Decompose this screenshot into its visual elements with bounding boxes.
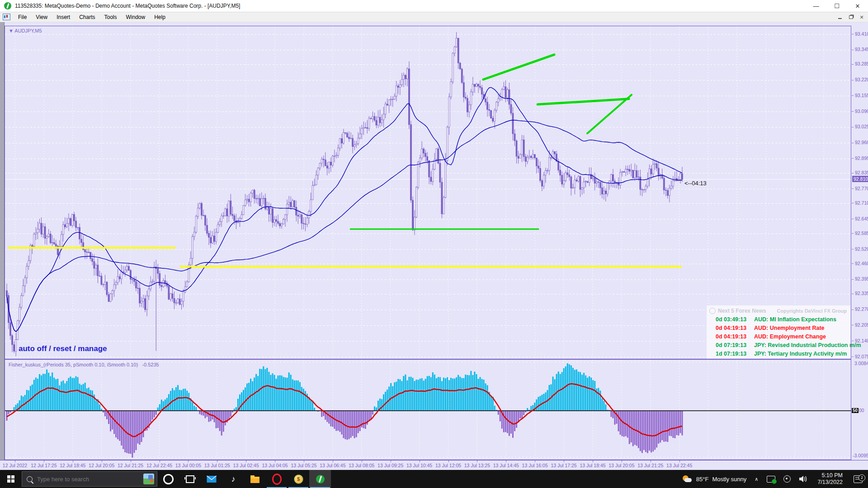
- time-axis-tick: [535, 460, 535, 462]
- taskbar-icon-browser-ring[interactable]: [157, 470, 179, 488]
- time-axis-tick: [15, 460, 15, 462]
- news-panel: Next 5 Forex News Copyrights DaVinci FX …: [707, 305, 850, 359]
- price-axis-label: 92.585: [855, 230, 868, 236]
- time-axis-label: 12 Jul 2022: [3, 463, 27, 468]
- price-axis-label: 93.155: [855, 93, 868, 98]
- indicator-label: Fisher_kuskus_(rPeriods 35, pSmooth 0.10…: [9, 362, 159, 367]
- menu-item-view[interactable]: View: [31, 12, 52, 22]
- menu-item-charts[interactable]: Charts: [75, 12, 99, 22]
- price-axis-tick: [852, 158, 854, 159]
- menu-item-insert[interactable]: Insert: [52, 12, 75, 22]
- time-axis[interactable]: 12 Jul 202212 Jul 17:2512 Jul 18:4512 Ju…: [0, 460, 868, 470]
- menu-item-window[interactable]: Window: [122, 12, 150, 22]
- tray-expand-icon[interactable]: ∧: [755, 476, 758, 482]
- close-button[interactable]: ✕: [847, 0, 868, 12]
- weather-temp[interactable]: 85°F: [696, 476, 709, 483]
- news-event: AUD: Unemployment Rate: [754, 325, 825, 331]
- taskbar-icon-mail[interactable]: [201, 470, 222, 488]
- menu-item-file[interactable]: File: [14, 12, 31, 22]
- price-axis-tick: [852, 279, 854, 280]
- chart-minimize-button[interactable]: [836, 14, 844, 20]
- time-axis-tick: [448, 460, 449, 462]
- news-rows: 0d 03:49:13AUD: MI Inflation Expectation…: [709, 315, 850, 358]
- search-input[interactable]: [36, 475, 143, 483]
- time-axis-tick: [651, 460, 651, 462]
- notification-button[interactable]: 2: [848, 475, 868, 483]
- symbol-label: ▼ AUDJPY,M5: [9, 28, 42, 33]
- search-box[interactable]: [22, 471, 157, 487]
- taskbar-icon-explorer[interactable]: [244, 470, 266, 488]
- news-row: 1d 07:19:13JPY: Tertiary Industry Activi…: [709, 349, 850, 358]
- taskbar-icon-metatrader[interactable]: [309, 470, 331, 488]
- price-axis-tick: [852, 64, 854, 65]
- time-axis-label: 12 Jul 21:25: [118, 463, 143, 468]
- meet-now-icon[interactable]: [783, 475, 791, 483]
- indicator-pane[interactable]: Fisher_kuskus_(rPeriods 35, pSmooth 0.10…: [5, 359, 851, 460]
- network-icon[interactable]: [767, 476, 775, 483]
- chart-restore-button[interactable]: [847, 14, 855, 20]
- price-axis-label: 93.410: [855, 31, 868, 37]
- time-axis-label: 13 Jul 01:25: [204, 463, 230, 468]
- search-weather-icon[interactable]: [143, 474, 154, 484]
- time-axis-tick: [333, 460, 333, 462]
- news-row: 0d 04:19:13AUD: Employment Change: [709, 332, 850, 341]
- price-axis-label: 92.770: [855, 186, 868, 191]
- time-axis-tick: [564, 460, 564, 462]
- news-event: AUD: Employment Change: [754, 333, 826, 340]
- coin-icon: $: [294, 474, 303, 484]
- ring-icon: [163, 474, 174, 484]
- weather-condition[interactable]: Mostly sunny: [712, 476, 746, 483]
- taskbar-icon-coins[interactable]: $: [288, 470, 309, 488]
- time-axis-tick: [275, 460, 275, 462]
- taskbar-icon-opera[interactable]: [266, 470, 288, 488]
- window-title: 113528335: MetaQuotes-Demo - Demo Accoun…: [15, 3, 240, 9]
- price-axis-label: 92.645: [855, 216, 868, 221]
- price-axis-label: 92.075: [855, 354, 868, 359]
- news-countdown: 1d 07:19:13: [716, 351, 754, 357]
- menu-items: FileViewInsertChartsToolsWindowHelp: [14, 12, 170, 22]
- time-axis-label: 13 Jul 10:45: [406, 463, 432, 468]
- price-axis-tick: [852, 50, 854, 50]
- time-axis-label: 13 Jul 22:45: [666, 463, 692, 468]
- time-axis-label: 13 Jul 20:05: [609, 463, 634, 468]
- price-axis-label: 93.090: [855, 108, 868, 114]
- search-icon: [27, 476, 33, 482]
- news-countdown: 0d 04:19:13: [716, 333, 754, 340]
- chart-close-button[interactable]: ✕: [858, 14, 866, 20]
- price-axis-tick: [852, 127, 854, 127]
- indicator-name: Fisher_kuskus_(rPeriods 35, pSmooth 0.10…: [9, 362, 138, 367]
- music-note-icon: ♪: [231, 474, 236, 484]
- minimize-button[interactable]: —: [806, 0, 826, 12]
- price-axis-tick: [852, 203, 854, 203]
- news-header: Next 5 Forex News Copyrights DaVinci FX …: [709, 307, 850, 315]
- time-axis-tick: [102, 460, 102, 462]
- menu-bar: FileViewInsertChartsToolsWindowHelp ✕: [0, 12, 868, 22]
- price-axis[interactable]: 93.41093.34593.28593.22093.15593.09093.0…: [852, 26, 868, 460]
- taskbar-clock[interactable]: 5:10 PM 7/13/2022: [817, 472, 843, 486]
- task-view-button[interactable]: [179, 470, 201, 488]
- menu-item-help[interactable]: Help: [150, 12, 170, 22]
- time-axis-tick: [73, 460, 73, 462]
- price-axis-tick: [852, 310, 854, 310]
- globe-icon: [709, 308, 716, 314]
- volume-icon[interactable]: [799, 475, 808, 483]
- time-axis-tick: [246, 460, 246, 462]
- news-countdown: 0d 03:49:13: [716, 316, 754, 323]
- weather-icon[interactable]: [682, 474, 693, 483]
- windows-logo-icon: [7, 475, 14, 483]
- time-axis-label: 13 Jul 17:25: [551, 463, 576, 468]
- price-axis-tick: [852, 188, 854, 189]
- time-axis-tick: [420, 460, 420, 462]
- price-axis-tick: [852, 111, 854, 112]
- maximize-button[interactable]: ☐: [826, 0, 847, 12]
- time-axis-tick: [217, 460, 217, 462]
- price-axis-label: 92.895: [855, 155, 868, 161]
- notification-badge: 2: [859, 474, 865, 481]
- current-price-tag: 92.810: [852, 176, 868, 182]
- price-axis-label: 93.220: [855, 77, 868, 82]
- price-axis-tick: [852, 249, 854, 249]
- taskbar-icon-music[interactable]: ♪: [222, 470, 244, 488]
- time-axis-tick: [188, 460, 189, 462]
- menu-item-tools[interactable]: Tools: [100, 12, 122, 22]
- start-button[interactable]: [0, 470, 22, 488]
